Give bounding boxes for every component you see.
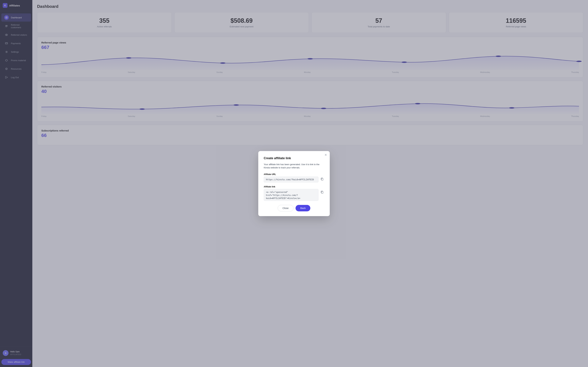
- create-affiliate-link-modal: ✕ Create affiliate link Your affiliate l…: [258, 151, 330, 216]
- modal-title: Create affiliate link: [264, 157, 324, 160]
- copy-link-button[interactable]: [320, 190, 324, 195]
- affiliate-link-row: <a rel="sponsored" href="https://kinsta.…: [264, 189, 324, 201]
- back-button[interactable]: Back: [295, 205, 310, 211]
- affiliate-url-row: [264, 176, 324, 183]
- affiliate-url-label: Affiliate URL: [264, 173, 324, 175]
- close-button[interactable]: Close: [278, 205, 294, 211]
- modal-actions: Close Back: [264, 205, 324, 211]
- affiliate-link-label: Affiliate link: [264, 185, 324, 188]
- copy-url-button[interactable]: [320, 177, 324, 182]
- affiliate-link-field: Affiliate link <a rel="sponsored" href="…: [264, 185, 324, 201]
- modal-overlay: ✕ Create affiliate link Your affiliate l…: [0, 0, 588, 367]
- modal-description: Your affiliate link has been generated. …: [264, 163, 324, 169]
- affiliate-link-textarea[interactable]: <a rel="sponsored" href="https://kinsta.…: [264, 189, 319, 201]
- svg-rect-25: [321, 192, 323, 193]
- svg-rect-24: [321, 178, 323, 180]
- affiliate-url-field: Affiliate URL: [264, 173, 324, 183]
- modal-close-button[interactable]: ✕: [324, 153, 327, 157]
- affiliate-url-input[interactable]: [264, 176, 319, 183]
